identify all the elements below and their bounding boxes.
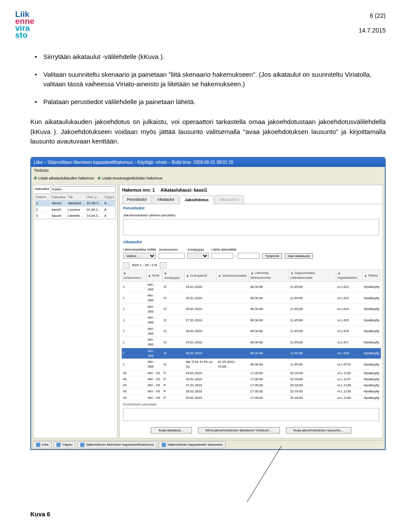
lahto-to[interactable] [238,253,260,259]
aikataulukausi: Aikataulukausi: kausi1 [161,188,208,193]
liikennepaikka-select[interactable]: Valitse… [123,253,156,259]
grid-header[interactable]: ▲ Junanumero [122,270,146,282]
grid-header[interactable]: ▲ KapasiteettiId [336,270,363,282]
figure-label: Kuva 6 [30,510,386,519]
table-row[interactable]: 43HKI - VSP27.01.201017:20:0022:18:00vr.… [122,382,381,388]
tab-jakoehdotus[interactable]: Jakoehdotus [180,196,214,205]
ehdotuksen-textarea[interactable] [123,408,379,421]
table-row[interactable]: 1HKI - JNSIC27.01.201006:34:0011:45:00vr… [122,315,381,326]
hakemus-nro: Hakemus nro: 1 [122,188,155,193]
logo: Liik enne vira sto [15,11,34,39]
ehdotuksen-label: Ehdotuksen perustelu [120,401,383,408]
junanumero-input[interactable] [159,253,185,259]
table-row[interactable]: 43HKI - VSP29.01.201017:20:0022:18:00vr.… [122,395,381,401]
page-number: 6 (22) [359,12,386,19]
hae-button[interactable]: Hae aikataulut [285,253,313,259]
right-panel: Hakemus nro: 1 Aikataulukausi: kausi1 Pe… [119,185,383,438]
annotation-line [30,450,386,506]
left-row-1[interactable]: 1kausi1Jakoehd…01.06.2…A [36,200,115,206]
grid-header[interactable]: ▲ Päätös [362,270,380,282]
grid-header[interactable]: ▲ Kulkupäivät [185,270,217,282]
bullet-1: Siirrytään aikataulut -välilehdelle (kKu… [43,52,386,62]
junatyyppi-select[interactable] [187,253,209,259]
avaa-aikataulu-button[interactable]: Avaa aikataulu… [151,427,192,434]
grid-header[interactable]: ▲ Voimassaoloaika [217,270,249,282]
pager-next[interactable]: > [160,262,166,268]
table-row[interactable]: 1HKI - JNSIC29.01.201006:34:0011:45:00vr… [122,337,381,348]
left-grid[interactable]: Hakem… Hakuaika Tila Viim. p… Tyyppi 1ka… [35,193,116,220]
page-date: 14.7.2015 [359,27,386,34]
toolbar-add-change[interactable]: ✚ Lisää muutosajankohdan hakemus [98,176,162,182]
tab-aikataulut[interactable]: Aikataulut [153,195,179,204]
left-row-2[interactable]: 2kausi2Luonnos01.06.2…A [36,206,115,212]
grid-header[interactable]: ▲ Saapumisaika määräasemalle [289,270,336,282]
plus-icon: ✚ [34,176,37,180]
plus-icon: ✚ [98,176,101,180]
lahto-from[interactable] [211,253,233,259]
perustelu-textarea[interactable] [123,219,379,235]
tyhjenna-button[interactable]: Tyhjennä [262,253,282,259]
hakuaika-select[interactable]: Kaikki [51,186,116,193]
table-row[interactable]: 43HKI - VSP28.01.201017:20:0022:18:00vr.… [122,388,381,395]
window-titlebar: Liike – Säännöllisen liikenteen kapasite… [31,158,385,167]
bullet-2: Valitaan suunniteltu skenaario ja painet… [43,70,386,89]
logo-line4: sto [15,30,28,39]
perustelu-label: Jakoehdotuksen yleinen perustelu [120,213,383,219]
section-aikataulut: Aikataulut [120,238,383,247]
bullet-3: Palataan perustiedot välilehdelle ja pai… [43,97,386,107]
pager-label: Rivit 1 - 25 / 176 [132,263,157,268]
toolbar-add-season[interactable]: ✚ Lisää aikataulukauden hakemus [34,176,94,182]
data-grid[interactable]: ▲ Junanumero▲ Reitti▲ Junatyyppi▲ Kulkup… [121,269,381,401]
app-screenshot: Liike – Säännöllisen liikenteen kapasite… [30,157,386,450]
table-row[interactable]: 1HKI - JNSICMa Ti Ke To Pe La Su01.05.20… [122,359,381,370]
table-row[interactable]: 1HKI - JNSIC26.01.201006:34:0011:45:00vr… [122,304,381,315]
table-row[interactable]: 1HKI - JNSIC28.01.201006:34:0011:45:00vr… [122,326,381,337]
menu-tiedosto[interactable]: Tiedosto [31,167,385,175]
left-panel: Hakuaika Kaikki Hakem… Hakuaika Tila Vii… [33,185,117,438]
section-perustiedot: Perustiedot [120,204,383,213]
table-row[interactable]: 1HKI - JNSIC25.01.201006:34:0011:45:00vr… [122,293,381,304]
tab-jakopaatoes: Jakopäätös [214,195,244,204]
avaa-lausunto-button[interactable]: Avaa jakoehdotuksen lausunto… [286,427,351,434]
grid-header[interactable]: ▲ Junatyyppi [162,270,185,282]
tab-perustiedot[interactable]: Perustiedot [122,195,152,204]
grid-header[interactable]: ▲ Reitti [146,270,162,282]
table-row[interactable]: 43HKI - VSP24.01.201017:20:0022:18:00vr.… [122,370,381,376]
table-row[interactable]: 1HKI - JNSIC30.01.201006:34:0011:45:00vr… [122,348,381,359]
pager-prev[interactable]: < [123,262,130,268]
grid-header[interactable]: ▲ Lähtöaika lähtöasemalta [249,270,289,282]
table-row[interactable]: 1HKI - JNSIC24.01.201006:34:0011:45:00vr… [122,281,381,293]
paragraph-1: Kun aikataulukauden jakoehdotus on julka… [30,117,386,147]
table-row[interactable]: 43HKI - VSP25.01.201017:20:0022:18:00vr.… [122,376,381,382]
svg-line-0 [247,446,282,502]
left-row-3[interactable]: 3kausi4Lähetett…14.04.2…A [36,213,115,219]
hakuaika-label: Hakuaika [35,186,49,193]
siirra-viriatoon-button[interactable]: Siirrä jakoehdotuksen aikataulut Viriato… [198,427,280,434]
